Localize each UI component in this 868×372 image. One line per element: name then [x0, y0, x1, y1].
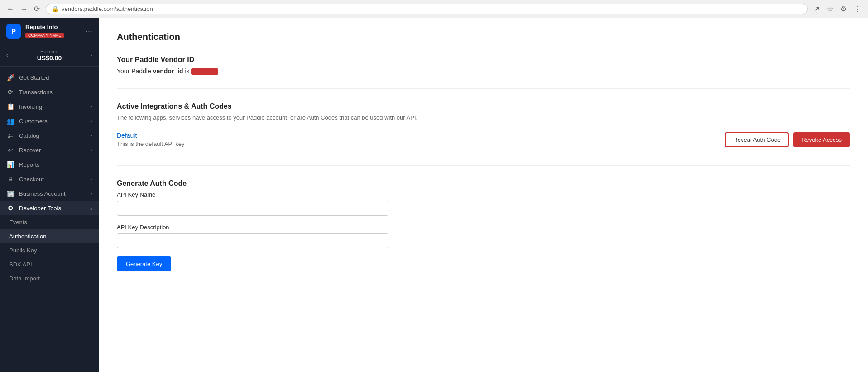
sidebar-item-label: Catalog: [19, 132, 86, 139]
sidebar-item-business-account[interactable]: 🏢 Business Account ▾: [0, 186, 99, 201]
get-started-icon: 🚀: [6, 74, 14, 81]
sidebar-item-label: Business Account: [19, 190, 86, 197]
reports-icon: 📊: [6, 161, 14, 168]
sidebar-item-label: Invoicing: [19, 103, 86, 110]
generate-key-button[interactable]: Generate Key: [117, 256, 171, 271]
vendor-id-prefix: Your Paddle: [117, 68, 153, 75]
vendor-id-key: vendor_id: [153, 68, 183, 75]
browser-chrome: ← → ⟳ 🔒 vendors.paddle.com/authenticatio…: [0, 0, 868, 18]
back-button[interactable]: ←: [5, 4, 16, 14]
sidebar-item-label: Transactions: [19, 89, 92, 96]
vendor-id-text: Your Paddle vendor_id is: [117, 68, 850, 75]
chevron-down-icon: ▾: [90, 104, 92, 109]
sidebar-item-label: Get Started: [19, 74, 92, 81]
vendor-id-value: [191, 68, 218, 75]
sidebar-item-label: Recover: [19, 147, 86, 154]
extensions-button[interactable]: ⚙: [838, 4, 849, 14]
forward-button[interactable]: →: [18, 4, 30, 14]
nav-section: 🚀 Get Started ⟳ Transactions 📋 Invoicing…: [0, 67, 99, 289]
browser-actions[interactable]: ↗ ☆ ⚙ ⋮: [811, 4, 863, 14]
sidebar-logo: P: [6, 24, 21, 39]
browser-nav-buttons[interactable]: ← → ⟳: [5, 4, 42, 14]
sidebar-sub-item-data-import[interactable]: Data Import: [0, 271, 99, 285]
share-button[interactable]: ↗: [811, 4, 822, 14]
invoicing-icon: 📋: [6, 103, 14, 110]
sidebar-more-button[interactable]: ···: [86, 26, 92, 36]
menu-button[interactable]: ⋮: [852, 4, 863, 14]
sidebar-item-invoicing[interactable]: 📋 Invoicing ▾: [0, 99, 99, 114]
sidebar: P Repute Info COMPANY NAME ··· ‹ Balance…: [0, 18, 99, 372]
bookmark-button[interactable]: ☆: [825, 4, 835, 14]
sidebar-item-get-started[interactable]: 🚀 Get Started: [0, 70, 99, 85]
integration-info: Default This is the default API key: [117, 132, 185, 147]
integrations-desc: The following apps, services have access…: [117, 114, 850, 121]
reveal-auth-code-button[interactable]: Reveal Auth Code: [725, 132, 789, 147]
api-key-desc-label: API Key Description: [117, 224, 850, 231]
lock-icon: 🔒: [52, 5, 59, 12]
vendor-id-middle: is: [185, 68, 191, 75]
api-key-name-group: API Key Name: [117, 191, 850, 216]
sidebar-item-reports[interactable]: 📊 Reports: [0, 157, 99, 172]
chevron-down-icon: ▾: [90, 133, 92, 138]
url-text: vendors.paddle.com/authentication: [62, 5, 153, 12]
sidebar-item-label: Events: [9, 219, 92, 226]
sidebar-item-label: Authentication: [9, 233, 92, 240]
sidebar-sub-item-events[interactable]: Events: [0, 215, 99, 229]
sidebar-item-recover[interactable]: ↩ Recover ▾: [0, 143, 99, 157]
sidebar-item-label: Customers: [19, 118, 86, 125]
integrations-heading: Active Integrations & Auth Codes: [117, 102, 850, 111]
sidebar-item-developer-tools[interactable]: ⚙ Developer Tools ▴: [0, 201, 99, 215]
recover-icon: ↩: [6, 146, 14, 154]
page-title: Authentication: [117, 32, 850, 42]
integration-row: Default This is the default API key Reve…: [117, 127, 850, 152]
sidebar-company: Repute Info COMPANY NAME: [25, 24, 81, 39]
api-key-name-input[interactable]: [117, 201, 388, 216]
revoke-access-button[interactable]: Revoke Access: [793, 132, 850, 147]
company-sub: COMPANY NAME: [25, 33, 64, 38]
balance-info: Balance US$0.00: [8, 49, 91, 62]
catalog-icon: 🏷: [6, 132, 14, 139]
main-content: Authentication Your Paddle Vendor ID You…: [99, 18, 868, 372]
balance-label: Balance: [8, 49, 91, 54]
generate-heading: Generate Auth Code: [117, 179, 850, 188]
vendor-id-section: Your Paddle Vendor ID Your Paddle vendor…: [117, 56, 850, 89]
integration-name: Default: [117, 132, 185, 139]
customers-icon: 👥: [6, 117, 14, 125]
chevron-down-icon: ▾: [90, 191, 92, 196]
sidebar-item-label: Checkout: [19, 176, 86, 183]
chevron-down-icon: ▾: [90, 119, 92, 124]
company-name: Repute Info: [25, 24, 81, 30]
sidebar-item-label: Data Import: [9, 275, 92, 282]
transactions-icon: ⟳: [6, 88, 14, 96]
address-bar[interactable]: 🔒 vendors.paddle.com/authentication: [46, 4, 808, 14]
integrations-section: Active Integrations & Auth Codes The fol…: [117, 102, 850, 166]
api-key-desc-input[interactable]: [117, 233, 388, 248]
sidebar-item-label: Developer Tools: [19, 205, 86, 212]
sidebar-sub-item-public-key[interactable]: Public Key: [0, 243, 99, 257]
sidebar-item-checkout[interactable]: 🖥 Checkout ▾: [0, 172, 99, 186]
business-account-icon: 🏢: [6, 190, 14, 197]
chevron-down-icon: ▾: [90, 177, 92, 182]
developer-tools-icon: ⚙: [6, 204, 14, 212]
vendor-id-heading: Your Paddle Vendor ID: [117, 56, 850, 64]
sidebar-item-catalog[interactable]: 🏷 Catalog ▾: [0, 128, 99, 143]
sidebar-item-label: Reports: [19, 161, 92, 168]
balance-section: ‹ Balance US$0.00 ›: [0, 44, 99, 67]
reload-button[interactable]: ⟳: [32, 4, 42, 14]
checkout-icon: 🖥: [6, 175, 14, 183]
integration-actions: Reveal Auth Code Revoke Access: [725, 132, 850, 147]
balance-right-arrow[interactable]: ›: [91, 52, 92, 58]
sidebar-sub-item-sdk-api[interactable]: SDK API: [0, 257, 99, 271]
api-key-desc-group: API Key Description: [117, 224, 850, 248]
integration-description: This is the default API key: [117, 140, 185, 147]
app-container: P Repute Info COMPANY NAME ··· ‹ Balance…: [0, 18, 868, 372]
sidebar-sub-item-authentication[interactable]: Authentication: [0, 229, 99, 243]
sidebar-item-label: SDK API: [9, 261, 92, 268]
sidebar-item-customers[interactable]: 👥 Customers ▾: [0, 114, 99, 128]
chevron-up-icon: ▴: [90, 206, 92, 211]
sidebar-item-label: Public Key: [9, 247, 92, 254]
sidebar-item-transactions[interactable]: ⟳ Transactions: [0, 85, 99, 99]
chevron-down-icon: ▾: [90, 148, 92, 153]
balance-amount: US$0.00: [8, 54, 91, 62]
api-key-name-label: API Key Name: [117, 191, 850, 198]
